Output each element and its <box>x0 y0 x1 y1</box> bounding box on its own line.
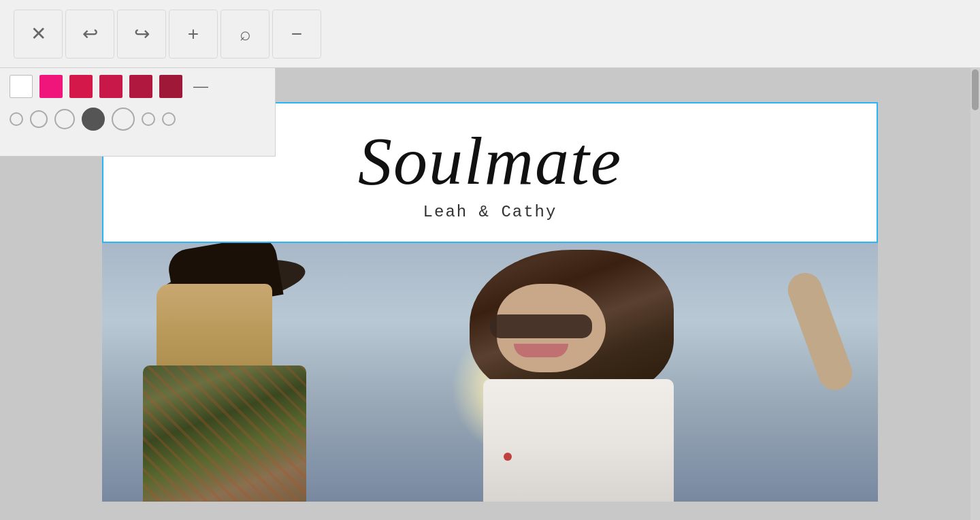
stroke-sm[interactable] <box>30 110 48 128</box>
smile-right <box>514 344 568 357</box>
add-button[interactable]: + <box>169 10 218 59</box>
floral-pattern <box>143 365 306 502</box>
color-swatch-pink3[interactable] <box>99 75 122 98</box>
color-swatch-pink2[interactable] <box>69 75 93 98</box>
photo-block <box>102 243 878 502</box>
close-button[interactable]: ✕ <box>14 10 63 59</box>
subtitle-text: Leah & Cathy <box>423 203 557 221</box>
color-swatch-pink1[interactable] <box>39 75 63 98</box>
body-right <box>483 379 674 502</box>
stroke-md[interactable] <box>54 109 75 129</box>
redo-button[interactable]: ↪ <box>117 10 166 59</box>
color-swatch-pink5[interactable] <box>159 75 182 98</box>
stroke-xl3[interactable] <box>162 112 176 126</box>
stroke-xl2[interactable] <box>142 112 155 126</box>
stroke-lg[interactable] <box>82 108 105 131</box>
toolbar: ✕ ↩ ↪ + ⌕ − <box>0 0 980 68</box>
scrollbar-thumb[interactable] <box>972 69 979 110</box>
page-canvas: Soulmate Leah & Cathy <box>102 102 878 502</box>
arm-right <box>783 268 858 395</box>
photo-scene <box>102 243 878 502</box>
zoom-in-button[interactable]: ⌕ <box>220 10 270 59</box>
stroke-xl[interactable] <box>112 108 135 131</box>
dash-swatch[interactable]: — <box>189 75 212 98</box>
color-swatch-white[interactable] <box>10 75 33 98</box>
color-row: — <box>10 75 265 98</box>
heading-text: Soulmate <box>358 124 622 199</box>
stroke-xs[interactable] <box>10 112 23 126</box>
floral-dot-1 <box>504 453 512 461</box>
undo-button[interactable]: ↩ <box>65 10 114 59</box>
person-right <box>415 243 878 502</box>
scrollbar-right[interactable] <box>970 68 980 520</box>
zoom-out-button[interactable]: − <box>272 10 321 59</box>
sunglasses-right <box>490 314 592 338</box>
style-panel: — <box>0 68 276 157</box>
color-swatch-pink4[interactable] <box>129 75 152 98</box>
stroke-size-row <box>10 108 265 131</box>
